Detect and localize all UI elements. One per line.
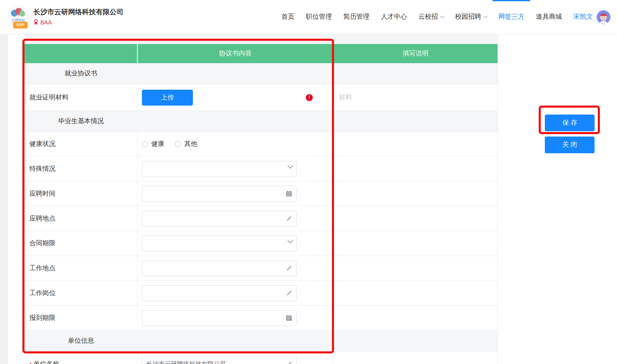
row-label-cell: 毕业生基本情况 xyxy=(24,111,138,132)
date-input[interactable] xyxy=(142,310,297,326)
row-label: 就业协议书 xyxy=(65,69,97,78)
row-note-cell: 材料 xyxy=(334,84,498,110)
required-asterisk: * xyxy=(29,361,32,364)
vip-badge: VIP xyxy=(13,22,28,29)
select-box[interactable] xyxy=(142,161,297,177)
row-control-cell xyxy=(138,331,334,351)
row-control-cell: 上传! xyxy=(138,84,334,110)
calendar-icon xyxy=(285,315,292,322)
row-label-cell: 合同期限 xyxy=(24,231,138,256)
nav-item-label: 简历管理 xyxy=(343,13,369,21)
row-note-cell xyxy=(334,132,498,156)
table-row: 毕业生基本情况 xyxy=(24,111,498,132)
row-label-cell: 报到期限 xyxy=(24,306,138,330)
radio-option[interactable]: 健康 xyxy=(142,140,164,148)
pencil-icon xyxy=(286,215,292,222)
chevron-down-icon xyxy=(484,14,488,18)
row-note-cell xyxy=(334,231,498,256)
nav-item-resumes[interactable]: 简历管理 xyxy=(338,0,375,34)
row-label-cell: 就业证明材料 xyxy=(24,84,138,110)
table-row: 应聘时间 xyxy=(24,181,498,206)
table-row: 就业证明材料上传!材料 xyxy=(24,84,498,111)
row-label-cell: 特殊情况 xyxy=(24,157,138,181)
top-navbar: 云研科技 VIP 长沙市云研网络科技有限公司 BAA 首页职位管理简历管理人才中… xyxy=(0,0,617,34)
table-row: 工作岗位 xyxy=(24,281,498,306)
scrolled-row-edge xyxy=(24,34,498,44)
close-button[interactable]: 关 闭 xyxy=(545,137,595,153)
row-label-cell: *单位名称 xyxy=(24,352,138,364)
left-gutter xyxy=(0,34,8,364)
radio-circle-icon[interactable] xyxy=(175,141,181,147)
save-button[interactable]: 保 存 xyxy=(545,115,595,131)
badge-label: BAA xyxy=(40,19,52,26)
row-note-cell xyxy=(334,206,498,231)
nav-item-jobs[interactable]: 职位管理 xyxy=(300,0,338,34)
table-row: *单位名称长沙市云研网络科技有限公司 xyxy=(24,352,498,364)
pencil-icon xyxy=(286,265,292,271)
table-header-row: 协议书内容填写说明 xyxy=(24,44,498,63)
row-label: 单位信息 xyxy=(68,337,94,345)
radio-option[interactable]: 其他 xyxy=(175,140,197,148)
radio-circle-icon[interactable] xyxy=(142,141,148,147)
table-body: 就业协议书就业证明材料上传!材料毕业生基本情况健康状况健康其他特殊情况应聘时间应… xyxy=(24,63,498,364)
radio-option-label: 其他 xyxy=(184,140,197,148)
nav-item-shop[interactable]: 道具商城 xyxy=(530,0,568,34)
nav-item-cloud-recruit[interactable]: 云校招 xyxy=(413,0,449,34)
row-label: 应聘时间 xyxy=(29,190,55,198)
select-box[interactable] xyxy=(142,236,297,251)
input-icon-holder xyxy=(286,290,292,296)
text-input[interactable]: 长沙市云研网络科技有限公司 xyxy=(142,356,297,364)
radio-option-label: 健康 xyxy=(151,140,164,148)
table-header-cell xyxy=(24,44,138,63)
text-input[interactable] xyxy=(142,260,297,276)
table-right-border xyxy=(498,34,498,364)
nav-item-campus-recruit[interactable]: 校园招聘 xyxy=(449,0,493,34)
input-icon-holder xyxy=(286,361,292,364)
row-label-cell: 应聘地点 xyxy=(24,206,138,231)
upload-button[interactable]: 上传 xyxy=(142,90,193,106)
row-control-cell: 长沙市云研网络科技有限公司 xyxy=(138,352,334,364)
username[interactable]: 宋凯文 xyxy=(573,13,593,21)
main-content: 协议书内容填写说明 就业协议书就业证明材料上传!材料毕业生基本情况健康状况健康其… xyxy=(0,34,617,364)
nav-item-tripartite[interactable]: 网签三方 xyxy=(493,0,530,34)
input-icon-holder xyxy=(288,241,292,245)
nav-item-talent[interactable]: 人才中心 xyxy=(375,0,413,34)
row-label-cell: 健康状况 xyxy=(24,132,138,156)
user-avatar[interactable] xyxy=(597,10,610,24)
table-row: 单位信息 xyxy=(24,331,498,352)
company-name: 长沙市云研网络科技有限公司 xyxy=(33,8,124,16)
user-menu[interactable]: 宋凯文 xyxy=(573,10,610,24)
nav-item-label: 人才中心 xyxy=(381,13,407,21)
row-note-cell xyxy=(334,111,498,132)
text-input[interactable] xyxy=(142,211,297,227)
medal-icon xyxy=(33,19,38,25)
row-control-cell xyxy=(138,111,334,132)
input-icon-holder xyxy=(285,315,292,322)
nav-item-label: 职位管理 xyxy=(306,13,332,21)
row-label: 工作岗位 xyxy=(29,289,55,298)
row-label: 报到期限 xyxy=(29,314,55,322)
row-note-cell xyxy=(334,181,498,206)
date-input[interactable] xyxy=(142,186,297,202)
nav-item-home[interactable]: 首页 xyxy=(276,0,300,34)
row-control-cell xyxy=(138,256,334,280)
row-control-cell xyxy=(138,206,334,231)
company-badge: BAA xyxy=(33,19,124,26)
row-label: 毕业生基本情况 xyxy=(58,117,104,126)
table-row: 合同期限 xyxy=(24,231,498,256)
row-label-cell: 工作地点 xyxy=(24,256,138,280)
text-input[interactable] xyxy=(142,285,297,301)
row-label-cell: 单位信息 xyxy=(24,331,138,351)
row-note-cell xyxy=(334,281,498,305)
row-label-cell: 工作岗位 xyxy=(24,281,138,305)
row-label: 合同期限 xyxy=(29,239,55,248)
error-exclamation-icon: ! xyxy=(306,94,313,101)
agreement-form-table: 协议书内容填写说明 就业协议书就业证明材料上传!材料毕业生基本情况健康状况健康其… xyxy=(24,44,498,364)
row-label: 就业证明材料 xyxy=(29,93,69,102)
table-header-cell: 填写说明 xyxy=(334,44,498,63)
chevron-down-icon xyxy=(287,163,293,169)
row-label: 特殊情况 xyxy=(29,165,55,173)
table-row: 应聘地点 xyxy=(24,206,498,231)
row-label: 健康状况 xyxy=(29,140,55,148)
row-control-cell xyxy=(138,281,334,305)
